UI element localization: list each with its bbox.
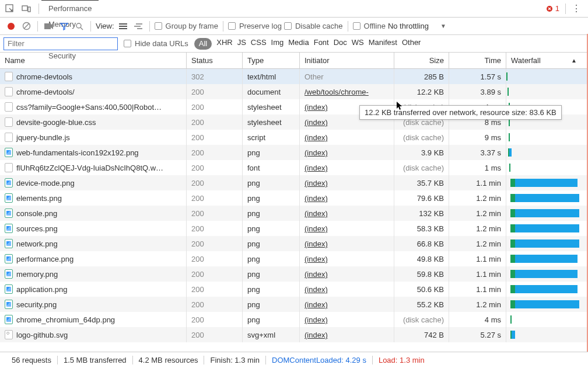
table-row[interactable]: network.png200png(index)66.8 KB1.2 min [0, 236, 588, 251]
table-row[interactable]: security.png200png(index)55.2 KB1.2 min [0, 297, 588, 312]
status-bar: 56 requests 1.5 MB transferred 4.2 MB re… [0, 352, 588, 368]
initiator-cell[interactable]: (index) [300, 297, 394, 312]
filter-type-js[interactable]: JS [237, 38, 246, 50]
filter-type-media[interactable]: Media [288, 38, 309, 50]
initiator-cell[interactable]: /web/tools/chrome- [300, 84, 394, 99]
initiator-cell[interactable]: (index) [300, 282, 394, 297]
file-name: web-fundamentals-icon192x192.png [16, 148, 139, 157]
initiator-cell[interactable]: (index) [300, 145, 394, 160]
column-name[interactable]: Name [0, 53, 187, 68]
filter-type-ws[interactable]: WS [352, 38, 364, 50]
waterfall-cell [506, 84, 588, 99]
file-icon [5, 133, 13, 142]
column-initiator[interactable]: Initiator [300, 53, 394, 68]
table-row[interactable]: web-fundamentals-icon192x192.png200png(i… [0, 145, 588, 160]
group-by-frame-checkbox[interactable]: Group by frame [155, 22, 218, 30]
separator [38, 4, 39, 14]
initiator-cell[interactable]: (index) [300, 266, 394, 282]
camera-icon[interactable] [43, 20, 55, 33]
initiator-cell[interactable]: (index) [300, 190, 394, 206]
large-rows-icon[interactable] [117, 20, 130, 33]
separator [565, 4, 566, 14]
table-row[interactable]: device-mode.png200png(index)35.7 KB1.1 m… [0, 175, 588, 190]
type-cell: text/html [243, 69, 300, 84]
filter-type-all[interactable]: All [194, 38, 212, 50]
size-tooltip: 12.2 KB transferred over network, resour… [359, 105, 562, 120]
offline-checkbox[interactable]: Offline [353, 22, 386, 30]
filter-type-font[interactable]: Font [314, 38, 329, 50]
initiator-cell[interactable]: (index) [300, 206, 394, 221]
filter-type-xhr[interactable]: XHR [216, 38, 232, 50]
initiator-cell[interactable]: (index) [300, 312, 394, 327]
waterfall-cell [506, 312, 588, 327]
status-cell: 200 [187, 221, 243, 236]
status-transferred: 1.5 MB transferred [58, 356, 133, 364]
table-row[interactable]: application.png200png(index)50.6 KB1.1 m… [0, 282, 588, 297]
size-cell: 132 KB [394, 206, 449, 221]
column-waterfall[interactable]: Waterfall▲ [506, 53, 588, 68]
svg-rect-2 [28, 7, 30, 12]
filter-type-img[interactable]: Img [271, 38, 284, 50]
record-button[interactable] [5, 20, 18, 33]
status-dcl: DOMContentLoaded: 4.29 s [266, 356, 373, 364]
initiator-cell[interactable]: (index) [300, 221, 394, 236]
filter-type-manifest[interactable]: Manifest [369, 38, 397, 50]
file-name: device-mode.png [16, 179, 75, 188]
table-row[interactable]: memory.png200png(index)59.8 KB1.1 min [0, 266, 588, 282]
overview-icon[interactable] [132, 20, 145, 33]
more-menu-icon[interactable]: ⋮ [568, 3, 584, 14]
table-row[interactable]: chrome-devtools302text/htmlOther285 B1.5… [0, 69, 588, 84]
hide-data-urls-checkbox[interactable]: Hide data URLs [124, 39, 188, 48]
time-cell: 1.1 min [449, 251, 506, 266]
filter-type-doc[interactable]: Doc [334, 38, 347, 50]
column-type[interactable]: Type [243, 53, 300, 68]
filter-type-other[interactable]: Other [402, 38, 421, 50]
table-row[interactable]: jquery-bundle.js200script(index)(disk ca… [0, 130, 588, 145]
tab-performance[interactable]: Performance [41, 1, 99, 16]
file-icon [5, 239, 13, 248]
type-cell: png [243, 145, 300, 160]
initiator-cell[interactable]: (index) [300, 175, 394, 190]
table-row[interactable]: logo-github.svg200svg+xml(index)742 B5.2… [0, 327, 588, 342]
waterfall-cell [506, 282, 588, 297]
disable-cache-checkbox[interactable]: Disable cache [284, 22, 343, 30]
size-cell: (disk cache) [394, 160, 449, 175]
initiator-cell[interactable]: (index) [300, 130, 394, 145]
table-row[interactable]: console.png200png(index)132 KB1.2 min [0, 206, 588, 221]
type-cell: png [243, 175, 300, 190]
initiator-cell[interactable]: (index) [300, 236, 394, 251]
table-row[interactable]: chrome-devtools/200document/web/tools/ch… [0, 84, 588, 99]
preserve-log-checkbox[interactable]: Preserve log [228, 22, 282, 30]
type-cell: png [243, 206, 300, 221]
status-cell: 200 [187, 175, 243, 190]
initiator-cell[interactable]: (index) [300, 160, 394, 175]
waterfall-cell [506, 297, 588, 312]
column-size[interactable]: Size [394, 53, 449, 68]
table-row[interactable]: sources.png200png(index)58.3 KB1.2 min [0, 221, 588, 236]
initiator-cell[interactable]: (index) [300, 251, 394, 266]
table-row[interactable]: flUhRq6tzZclQEJ-Vdg-IuiaDsNcIhQ8tQ.w…200… [0, 160, 588, 175]
status-cell: 302 [187, 69, 243, 84]
initiator-cell[interactable]: Other [300, 69, 394, 84]
table-row[interactable]: performance.png200png(index)49.8 KB1.1 m… [0, 251, 588, 266]
svg-rect-6 [44, 23, 51, 29]
svg-rect-1 [22, 6, 27, 11]
waterfall-cell [506, 236, 588, 251]
filter-type-css[interactable]: CSS [251, 38, 267, 50]
filter-input[interactable] [4, 37, 118, 50]
status-cell: 200 [187, 145, 243, 160]
initiator-cell[interactable]: (index) [300, 327, 394, 342]
separator [149, 21, 150, 32]
column-time[interactable]: Time [449, 53, 506, 68]
clear-icon[interactable] [20, 20, 33, 33]
table-row[interactable]: elements.png200png(index)79.6 KB1.2 min [0, 190, 588, 206]
search-icon[interactable] [73, 20, 86, 33]
status-cell: 200 [187, 327, 243, 342]
device-toggle-icon[interactable] [20, 2, 33, 15]
table-row[interactable]: chrome_chromium_64dp.png200png(index)(di… [0, 312, 588, 327]
filter-icon[interactable] [58, 20, 71, 33]
column-status[interactable]: Status [187, 53, 243, 68]
error-badge[interactable]: 1 [546, 4, 559, 13]
inspect-icon[interactable] [4, 2, 16, 15]
throttling-dropdown[interactable]: No throttling▼ [388, 22, 446, 30]
